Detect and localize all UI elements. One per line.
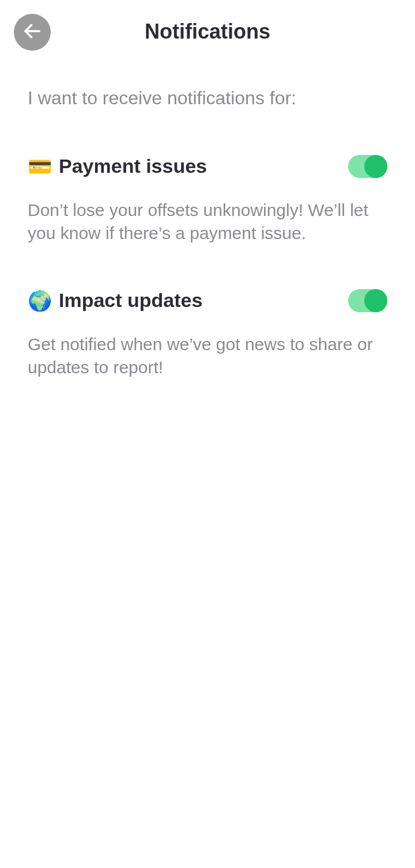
back-button[interactable] — [14, 14, 51, 51]
content: I want to receive notifications for: 💳 P… — [0, 63, 415, 380]
toggle-impact-updates[interactable] — [348, 289, 387, 312]
setting-payment-issues: 💳 Payment issues Don’t lose your offsets… — [28, 155, 387, 245]
credit-card-icon: 💳 — [28, 157, 52, 176]
toggle-payment-issues[interactable] — [348, 155, 387, 178]
intro-text: I want to receive notifications for: — [28, 85, 387, 111]
toggle-knob — [364, 155, 387, 178]
toggle-knob — [364, 289, 387, 312]
setting-description: Get notified when we’ve got news to shar… — [28, 333, 387, 380]
setting-title-label: Payment issues — [59, 155, 207, 177]
setting-description: Don’t lose your offsets unknowingly! We’… — [28, 199, 387, 245]
page-title: Notifications — [145, 20, 270, 44]
header: Notifications — [0, 0, 415, 63]
globe-icon: 🌍 — [28, 291, 52, 310]
arrow-left-icon — [22, 21, 43, 44]
setting-header: 💳 Payment issues — [28, 155, 387, 178]
setting-title-wrap: 💳 Payment issues — [28, 155, 207, 177]
setting-title-label: Impact updates — [59, 289, 202, 312]
setting-header: 🌍 Impact updates — [28, 289, 387, 312]
setting-impact-updates: 🌍 Impact updates Get notified when we’ve… — [28, 289, 387, 380]
setting-title-wrap: 🌍 Impact updates — [28, 289, 202, 312]
